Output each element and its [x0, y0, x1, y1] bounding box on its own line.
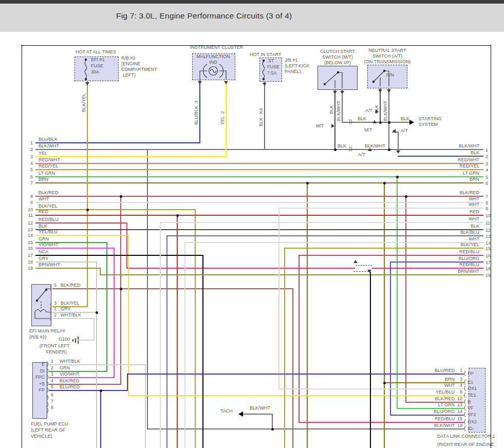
ecu-pin-wire: GRN [60, 366, 70, 370]
dlc-pin-connector: ( [464, 399, 466, 404]
wire-red-yel-5 [35, 169, 483, 170]
label: YEL 2 [220, 111, 225, 125]
dlc-pin-name: VF [468, 406, 474, 410]
relay-pin-number: 1 [54, 307, 57, 311]
wire-blk-wht-2 [272, 414, 273, 430]
fuse-icon [260, 59, 267, 81]
left-row-wire-label: BRN [39, 177, 48, 182]
label: (FRONT LEFT [40, 344, 69, 348]
left-row-number: 1 [30, 141, 33, 145]
right-row-number: 10 [486, 214, 491, 218]
right-row-wire-label: BLK/BLU [460, 230, 479, 235]
left-row-number: 16 [28, 246, 33, 251]
wire-red-11 [177, 215, 178, 448]
dlc-pin-number: 12 [457, 397, 462, 401]
junction-dot [334, 148, 337, 151]
left-row-wire-label: RED [39, 210, 48, 214]
right-row-number: 17 [486, 260, 491, 265]
arrow-down [224, 81, 228, 84]
label: BLK [329, 105, 334, 114]
junction-dot [120, 195, 122, 198]
right-row-number: 2 [486, 155, 488, 159]
arrow-left [238, 412, 243, 417]
wire-blk-yel-10 [195, 209, 196, 448]
right-row-number: 19 [486, 273, 491, 278]
label: )) [349, 146, 352, 152]
left-row-number: 2 [30, 147, 33, 152]
junction-dot [405, 195, 407, 198]
relay-pin-connector: ) [50, 285, 52, 291]
label: M/T [364, 128, 372, 133]
label: )) [349, 119, 352, 125]
right-row-number: 5 [486, 175, 488, 180]
label: A/T [358, 153, 365, 157]
right-row-wire-label: BLU/ORG [458, 256, 479, 261]
left-row-wire-label: YEL/BLU [39, 230, 58, 234]
label: FUEL PUMP ECU [31, 422, 68, 426]
ecu-pin-number: 1 [51, 359, 53, 364]
label: BLK K4 [259, 108, 264, 126]
label: BLK/WHT [337, 101, 341, 121]
wire-clutch-blk-wht [342, 89, 343, 123]
dlc-pin-number: 1 [460, 368, 462, 373]
wire-clutch-blk [334, 89, 335, 150]
wire-blu-org-r17 [390, 262, 391, 416]
left-row-number: 5 [30, 167, 33, 172]
label: BLK/YEL [82, 93, 86, 112]
wire-blk-wht-2 [240, 414, 273, 415]
dlc-pin-connector: ( [464, 425, 466, 431]
right-row-wire-label: RED/YEL [459, 164, 479, 169]
right-row-number: 8 [486, 201, 488, 206]
arrow-up [368, 148, 372, 151]
wire-diagram-border [22, 45, 22, 448]
dlc-pin-number: 3 [460, 377, 462, 382]
ecu-pin-connector: ) [47, 401, 49, 407]
arrow-down [387, 89, 391, 92]
label: M/T [316, 124, 324, 128]
right-row-wire-label: BRN/WHT [458, 269, 479, 274]
dlc-pin-connector: ( [464, 370, 466, 376]
arrow-down [198, 81, 202, 84]
ecu-pin-connector: ) [47, 395, 49, 400]
label: VEHICLE) [31, 434, 52, 439]
wire-blk-red-8 [52, 288, 293, 289]
dlc-pin-connector: ( [464, 392, 466, 398]
right-row-wire-label: WHT [469, 237, 480, 241]
right-row-number: 13 [486, 234, 491, 239]
right-row-wire-label: RED/BLU [459, 263, 479, 267]
junction-dot [271, 428, 274, 431]
wire-wht-blk-relay [94, 318, 95, 341]
wire-blk-yel-10 [87, 81, 88, 307]
right-row-number: 9 [486, 207, 488, 211]
right-row-wire-label: BLK [471, 224, 479, 229]
arrow-down [340, 91, 344, 94]
label: A/T [365, 108, 372, 113]
left-row-number: 18 [28, 260, 33, 265]
label: G100 [59, 337, 70, 342]
dlc-pin-name: E1 [468, 380, 473, 385]
label: BLK [358, 117, 366, 121]
right-row-wire-label: BLK/RED [459, 191, 479, 195]
right-row-number: 16 [486, 254, 491, 258]
relay-internals-icon [31, 284, 51, 326]
left-row-number: 11 [28, 213, 33, 218]
ecu-pin-number: 4 [51, 379, 53, 383]
relay-pin-connector: ) [50, 309, 52, 314]
ecu-pin-name: DI [40, 369, 45, 374]
label: R/B #2 [121, 56, 136, 61]
right-row-wire-label: LT GRN [463, 171, 479, 176]
arrow-down [367, 270, 371, 273]
wire-gry-18 [96, 262, 97, 448]
wire-brn-wht-19 [100, 274, 483, 275]
label: DATA LINK CONNECTOR 1 [437, 434, 495, 439]
wire-blk-yel-r15 [284, 248, 483, 249]
wire-blu-blk-1 [199, 80, 200, 143]
wire-blk-13 [35, 229, 483, 230]
dlc-pin-number: 15 [457, 417, 462, 421]
right-row-number: 3 [486, 162, 488, 166]
left-row-wire-label: VIO/WHT [39, 242, 59, 247]
junction-dot [383, 182, 386, 184]
right-row-wire-label: RED/BLU [459, 250, 479, 254]
label: J/B #1 [285, 58, 298, 63]
label: INSTRUMENT CLUSTER [190, 45, 243, 50]
